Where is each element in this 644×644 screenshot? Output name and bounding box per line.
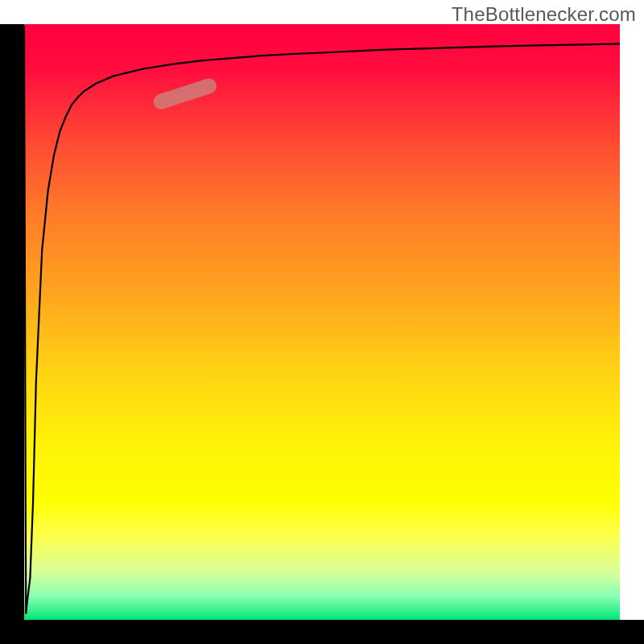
y-axis [0,24,24,644]
chart-svg [0,0,644,644]
chart-container: TheBottlenecker.com [0,0,644,644]
x-axis [0,620,644,644]
plot-background [24,24,620,620]
